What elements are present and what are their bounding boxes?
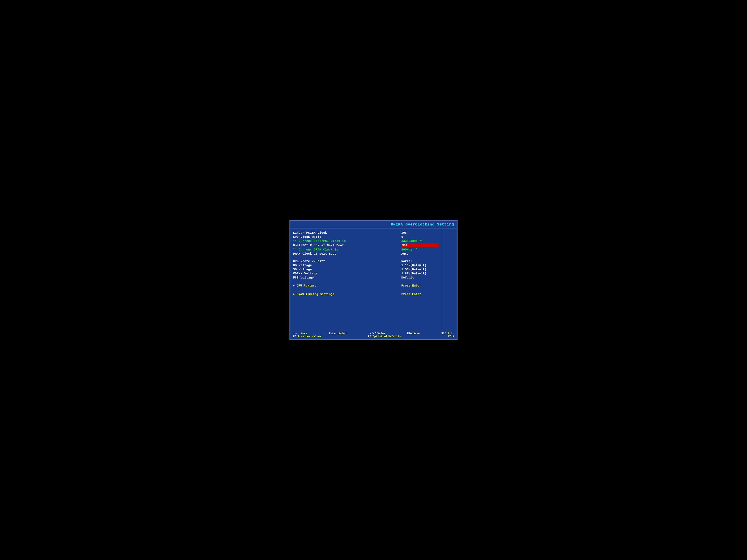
voltage-value-2: 1.50V(Default) (401, 268, 439, 271)
table-row[interactable]: DRAM Clock at Next Boot Auto (293, 252, 439, 256)
table-row[interactable]: Host/PCI Clock at Next Boot 364 (293, 243, 439, 247)
footer-key-f5: F5 (293, 335, 296, 338)
submenu-label-0: ► CPU Feature (293, 284, 316, 288)
table-row[interactable]: Linear PCIEX Clock 106 (293, 231, 439, 235)
table-row[interactable]: CPU Clock Ratio 9 (293, 235, 439, 239)
footer-key-enter: Enter (329, 332, 337, 335)
footer-enter: Enter:Select (329, 332, 348, 335)
voltage-value-1: 1.13V(Default) (401, 264, 439, 267)
setting-value-0: 106 (401, 231, 439, 235)
footer-esc: ESC:Exit (441, 332, 454, 335)
setting-label-1: CPU Clock Ratio (293, 235, 321, 239)
footer-action-f6: :Optimized Defaults (371, 335, 401, 338)
footer-key-f6: F6 (368, 335, 371, 338)
voltage-label-1: NB Voltage (293, 264, 312, 267)
footer-key-esc: ESC (441, 332, 446, 335)
footer-key-move: ↑↓←→ (293, 332, 299, 335)
title-bar: UNIKA OverClocking Setting (290, 221, 457, 229)
page-title: UNIKA OverClocking Setting (391, 222, 454, 226)
footer-f7: F7:S (448, 335, 454, 338)
footer-f10: F10:Save (407, 332, 420, 335)
setting-label-5: DRAM Clock at Next Boot (293, 252, 336, 256)
footer-move: ↑↓←→:Move (293, 332, 307, 335)
table-row[interactable]: SB Voltage 1.50V(Default) (293, 268, 439, 271)
setting-value-3: 364 (401, 244, 439, 247)
setting-value-2: 333/33MHz ** (401, 239, 439, 243)
footer-key-value: +/-/: (369, 332, 378, 335)
submenu-label-1: ► DRAM Timeing Settings (293, 293, 334, 296)
voltage-label-4: FSB Voltage (293, 276, 314, 279)
footer-value: +/-/:Value (369, 332, 385, 335)
footer-action-esc: :Exit (446, 332, 454, 335)
footer-f6: F6:Optimized Defaults (368, 335, 401, 338)
footer-action-value: Value (378, 332, 385, 335)
setting-value-5: Auto (401, 252, 439, 256)
table-row[interactable]: FSB Voltage Default (293, 276, 439, 279)
voltage-label-2: SB Voltage (293, 268, 312, 271)
voltage-label-3: VDIMM Voltage (293, 272, 317, 275)
voltage-value-0: Normal (401, 260, 439, 263)
footer-action-f7: :S (451, 335, 454, 338)
footer-row-2: F5:Previous Values F6:Optimized Defaults… (293, 335, 454, 338)
footer-action-f5: :Previous Values (296, 335, 321, 338)
voltage-label-0: CPU Vcore 7-Shift (293, 260, 325, 263)
submenu-row-1[interactable]: ► DRAM Timeing Settings Press Enter (293, 293, 439, 296)
settings-table: Linear PCIEX Clock 106 CPU Clock Ratio 9… (293, 231, 439, 296)
table-row[interactable]: VDIMM Voltage 1.87V(Default) (293, 272, 439, 275)
footer-key-f10: F10 (407, 332, 412, 335)
right-panel (442, 229, 457, 330)
setting-label-2: ** Current Host/PCI Clock is (293, 239, 346, 243)
voltage-value-3: 1.87V(Default) (401, 272, 439, 275)
section-divider-1 (293, 256, 439, 259)
footer-action-enter: :Select (337, 332, 348, 335)
submenu-value-0: Press Enter (401, 284, 439, 288)
footer: ↑↓←→:Move Enter:Select +/-/:Value F10:Sa… (290, 330, 457, 339)
setting-value-4: 800Mhz ** (401, 248, 439, 251)
left-panel: Linear PCIEX Clock 106 CPU Clock Ratio 9… (290, 229, 442, 330)
table-row[interactable]: NB Voltage 1.13V(Default) (293, 264, 439, 267)
section-divider-3 (293, 289, 439, 292)
footer-row-1: ↑↓←→:Move Enter:Select +/-/:Value F10:Sa… (293, 332, 454, 335)
setting-value-1: 9 (401, 235, 439, 239)
table-row: ** Current Host/PCI Clock is 333/33MHz *… (293, 239, 439, 243)
submenu-row-0[interactable]: ► CPU Feature Press Enter (293, 284, 439, 288)
section-divider-2 (293, 280, 439, 283)
setting-label-4: ** Current DRAM Clock is (293, 248, 338, 251)
footer-action-move: :Move (299, 332, 307, 335)
footer-key-f7: F7 (448, 335, 451, 338)
setting-label-0: Linear PCIEX Clock (293, 231, 327, 235)
bios-screen: UNIKA OverClocking Setting Linear PCIEX … (289, 220, 458, 340)
footer-f5: F5:Previous Values (293, 335, 321, 338)
voltage-value-4: Default (401, 276, 439, 279)
submenu-value-1: Press Enter (401, 293, 439, 296)
footer-action-f10: :Save (412, 332, 420, 335)
table-row: ** Current DRAM Clock is 800Mhz ** (293, 248, 439, 251)
setting-label-3: Host/PCI Clock at Next Boot (293, 244, 344, 247)
main-content: Linear PCIEX Clock 106 CPU Clock Ratio 9… (290, 229, 457, 330)
table-row[interactable]: CPU Vcore 7-Shift Normal (293, 260, 439, 263)
